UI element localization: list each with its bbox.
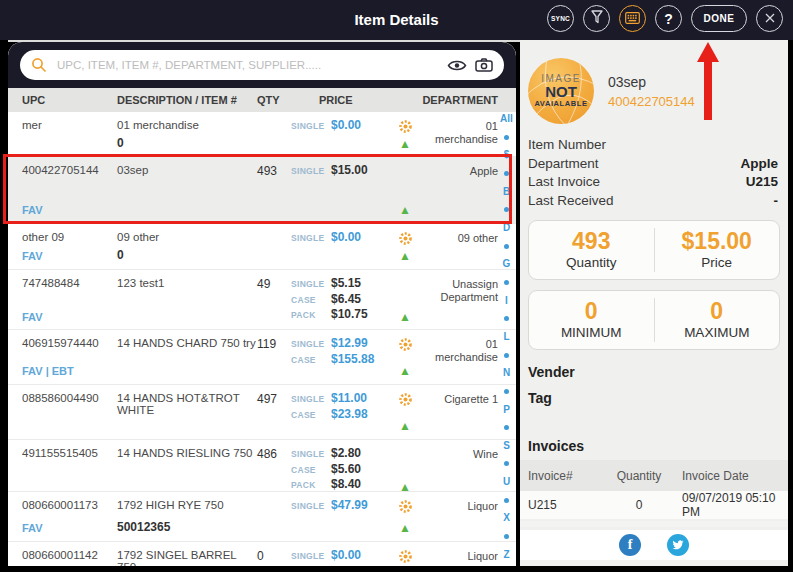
item-upc-text: 406915974440	[22, 337, 117, 349]
help-button[interactable]: ?	[655, 5, 682, 32]
index-letter-l[interactable]: L	[503, 332, 509, 342]
index-letter-d[interactable]: D	[503, 223, 510, 233]
close-button[interactable]	[756, 5, 783, 32]
index-dot	[504, 135, 509, 140]
detail-field-row: DepartmentApple	[528, 155, 778, 174]
price-tier-label: CASE	[291, 409, 331, 423]
price-value: $0.00	[331, 119, 389, 133]
filter-button[interactable]	[583, 5, 610, 32]
fav-tag[interactable]: FAV	[22, 522, 117, 534]
table-row[interactable]: 080660001173FAV1792 HIGH RYE 75050012365…	[8, 492, 516, 542]
index-letter-s[interactable]: S	[503, 441, 510, 451]
twitter-icon	[672, 539, 684, 551]
table-row[interactable]: other 09FAV09 other0SINGLE$0.00▲09 other	[8, 224, 516, 270]
detail-fields: Item NumberDepartmentAppleLast InvoiceU2…	[520, 134, 788, 210]
index-dot	[504, 244, 509, 249]
index-letter-p[interactable]: P	[503, 405, 510, 415]
detail-header: IMAGE NOT AVAIALABLE 03sep 400422705144	[520, 40, 788, 134]
status-cell: ▲	[389, 440, 421, 500]
close-icon	[764, 10, 776, 28]
field-label: Last Received	[528, 192, 614, 211]
item-number-text: 0	[117, 136, 257, 150]
upc-cell: mer	[22, 112, 117, 157]
fav-tag[interactable]: FAV	[22, 204, 117, 216]
invoice-row[interactable]: U215009/07/2019 05:10 PM	[520, 491, 788, 521]
price-value: $23.98	[331, 408, 389, 422]
item-qty-text: 0	[257, 549, 291, 563]
col-header-department: DEPARTMENT	[421, 94, 498, 106]
price-value: $5.60	[331, 463, 389, 477]
fav-tag[interactable]: FAV	[22, 250, 117, 262]
index-letter-z[interactable]: Z	[503, 550, 509, 560]
index-letter-$[interactable]: $	[504, 150, 510, 160]
status-cell	[389, 542, 421, 566]
upc-cell: 747488484FAV	[22, 270, 117, 330]
index-letter-g[interactable]: G	[503, 259, 511, 269]
detail-field-row: Last Received-	[528, 192, 778, 211]
index-letter-u[interactable]: U	[503, 477, 510, 487]
index-letter-i[interactable]: I	[505, 296, 508, 306]
item-qty-text: 486	[257, 447, 291, 461]
status-cell: ▲	[389, 330, 421, 384]
eye-icon[interactable]	[447, 59, 467, 72]
table-row[interactable]: 08858600449014 HANDS HOT&TROT WHITE497SI…	[8, 385, 516, 440]
sync-button[interactable]: SYNC	[547, 5, 574, 32]
table-row[interactable]: mer01 merchandise0SINGLE$0.00▲01 merchan…	[8, 112, 516, 157]
item-description-text: 03sep	[117, 164, 257, 176]
item-upc-text: 400422705144	[22, 164, 117, 176]
price-cell: SINGLE$0.00	[291, 112, 389, 157]
invoices-table-header: Invoice# Quantity Invoice Date	[520, 460, 788, 491]
stat-cell: $15.00Price	[654, 228, 780, 272]
index-letter-x[interactable]: X	[503, 513, 510, 523]
camera-icon[interactable]	[475, 58, 493, 72]
qty-cell: 119	[257, 330, 291, 384]
table-row[interactable]: 0806600011421792 SINGEL BARREL 7500SINGL…	[8, 542, 516, 566]
price-cell: SINGLE$12.99CASE$155.88	[291, 330, 389, 384]
detail-field-row: Last InvoiceU215	[528, 173, 778, 192]
col-header-description: DESCRIPTION / ITEM #	[117, 94, 257, 106]
table-row[interactable]: 49115551540514 HANDS RIESLING 750486SING…	[8, 440, 516, 492]
description-cell: 01 merchandise0	[117, 112, 257, 157]
index-dot	[504, 498, 509, 503]
fav-tag[interactable]: FAV	[22, 311, 117, 323]
item-number-text: 50012365	[117, 520, 257, 534]
stat-box: 0MINIMUM0MAXIMUM	[528, 290, 780, 350]
stat-label: MAXIMUM	[655, 324, 780, 342]
price-line: PACK$8.40	[291, 478, 389, 493]
twitter-share-button[interactable]	[667, 534, 689, 556]
table-row[interactable]: 406915974440FAV | EBT14 HANDS CHARD 750 …	[8, 330, 516, 385]
detail-item-upc: 400422705144	[608, 94, 695, 109]
invoices-heading: Invoices	[520, 438, 788, 454]
search-bar[interactable]	[20, 50, 504, 80]
item-detail-panel: IMAGE NOT AVAIALABLE 03sep 400422705144 …	[520, 40, 788, 566]
item-description-text: 14 HANDS RIESLING 750	[117, 447, 257, 459]
keyboard-button[interactable]	[619, 5, 646, 32]
table-row[interactable]: 747488484FAV123 test149SINGLE$5.15CASE$6…	[8, 270, 516, 330]
department-cell: Wine	[421, 440, 498, 500]
col-header-price: PRICE	[291, 94, 389, 106]
price-value: $5.15	[331, 277, 389, 291]
field-label: Item Number	[528, 136, 606, 155]
done-button[interactable]: DONE	[691, 5, 747, 32]
index-letter-b[interactable]: B	[503, 187, 510, 197]
up-triangle-icon: ▲	[399, 204, 411, 216]
item-list: mer01 merchandise0SINGLE$0.00▲01 merchan…	[8, 112, 516, 566]
sun-icon	[398, 231, 413, 250]
stat-cell: 0MAXIMUM	[654, 298, 780, 342]
index-dot	[504, 461, 509, 466]
fav-tag[interactable]: FAV | EBT	[22, 365, 117, 377]
badge-line-2: NOT	[545, 84, 577, 99]
price-tier-label: CASE	[291, 464, 331, 478]
facebook-share-button[interactable]: f	[619, 534, 641, 556]
department-cell: Unassign Department	[421, 270, 498, 330]
index-letter-all[interactable]: All	[500, 114, 513, 124]
detail-field-row: Item Number	[528, 136, 778, 155]
search-input[interactable]	[55, 58, 439, 72]
price-line: SINGLE$0.00	[291, 231, 389, 246]
table-row[interactable]: 400422705144FAV03sep493SINGLE$15.00▲Appl…	[8, 157, 516, 224]
index-letter-n[interactable]: N	[503, 368, 510, 378]
invoice-col-quantity: Quantity	[610, 469, 682, 483]
invoice-col-number: Invoice#	[528, 469, 610, 483]
price-line: CASE$6.45	[291, 293, 389, 308]
department-cell: 09 other	[421, 224, 498, 269]
